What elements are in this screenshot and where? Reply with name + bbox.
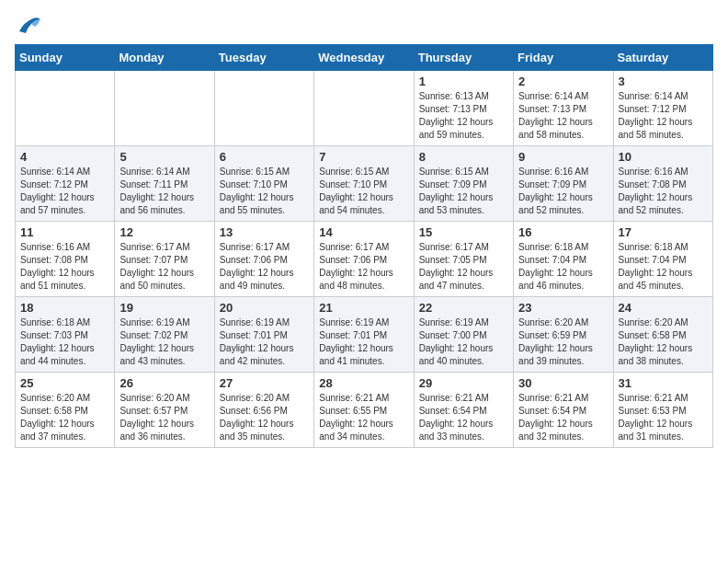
calendar-cell: 8Sunrise: 6:15 AM Sunset: 7:09 PM Daylig… (414, 146, 513, 222)
calendar-cell: 15Sunrise: 6:17 AM Sunset: 7:05 PM Dayli… (414, 222, 513, 297)
day-info: Sunrise: 6:14 AM Sunset: 7:13 PM Dayligh… (518, 90, 608, 142)
day-info: Sunrise: 6:21 AM Sunset: 6:53 PM Dayligh… (619, 392, 708, 443)
day-number: 17 (619, 225, 708, 239)
day-number: 11 (20, 225, 109, 239)
day-number: 20 (220, 301, 309, 315)
day-number: 28 (319, 376, 408, 390)
calendar-cell: 24Sunrise: 6:20 AM Sunset: 6:58 PM Dayli… (613, 297, 712, 373)
day-number: 31 (619, 376, 708, 390)
day-info: Sunrise: 6:20 AM Sunset: 6:57 PM Dayligh… (119, 392, 209, 443)
day-number: 9 (518, 150, 608, 164)
day-info: Sunrise: 6:19 AM Sunset: 7:00 PM Dayligh… (419, 316, 508, 368)
logo (15, 15, 46, 37)
calendar-cell (115, 71, 214, 146)
day-info: Sunrise: 6:14 AM Sunset: 7:11 PM Dayligh… (119, 166, 209, 217)
day-number: 23 (518, 301, 608, 315)
day-number: 19 (119, 301, 209, 315)
calendar-cell: 4Sunrise: 6:14 AM Sunset: 7:12 PM Daylig… (16, 146, 115, 222)
day-info: Sunrise: 6:16 AM Sunset: 7:09 PM Dayligh… (518, 166, 608, 217)
day-number: 29 (419, 376, 508, 390)
day-info: Sunrise: 6:15 AM Sunset: 7:10 PM Dayligh… (319, 166, 408, 217)
day-info: Sunrise: 6:20 AM Sunset: 6:56 PM Dayligh… (220, 392, 309, 443)
day-number: 22 (419, 301, 508, 315)
week-row-3: 11Sunrise: 6:16 AM Sunset: 7:08 PM Dayli… (16, 222, 713, 297)
day-info: Sunrise: 6:16 AM Sunset: 7:08 PM Dayligh… (20, 241, 109, 293)
day-number: 15 (419, 225, 508, 239)
calendar-cell: 31Sunrise: 6:21 AM Sunset: 6:53 PM Dayli… (613, 373, 712, 448)
week-row-5: 25Sunrise: 6:20 AM Sunset: 6:58 PM Dayli… (16, 373, 713, 448)
calendar-cell: 20Sunrise: 6:19 AM Sunset: 7:01 PM Dayli… (214, 297, 313, 373)
day-info: Sunrise: 6:15 AM Sunset: 7:09 PM Dayligh… (419, 166, 508, 217)
day-number: 16 (518, 225, 608, 239)
day-info: Sunrise: 6:18 AM Sunset: 7:04 PM Dayligh… (518, 241, 608, 293)
calendar-cell: 26Sunrise: 6:20 AM Sunset: 6:57 PM Dayli… (115, 373, 214, 448)
day-info: Sunrise: 6:17 AM Sunset: 7:06 PM Dayligh… (220, 241, 309, 293)
calendar-cell: 18Sunrise: 6:18 AM Sunset: 7:03 PM Dayli… (16, 297, 115, 373)
day-info: Sunrise: 6:20 AM Sunset: 6:58 PM Dayligh… (20, 392, 109, 443)
calendar-cell: 14Sunrise: 6:17 AM Sunset: 7:06 PM Dayli… (314, 222, 414, 297)
calendar-cell: 3Sunrise: 6:14 AM Sunset: 7:12 PM Daylig… (613, 71, 712, 146)
calendar-cell: 6Sunrise: 6:15 AM Sunset: 7:10 PM Daylig… (214, 146, 313, 222)
day-info: Sunrise: 6:21 AM Sunset: 6:54 PM Dayligh… (419, 392, 508, 443)
day-number: 12 (119, 225, 209, 239)
day-info: Sunrise: 6:20 AM Sunset: 6:58 PM Dayligh… (619, 316, 708, 368)
day-number: 18 (20, 301, 109, 315)
week-row-1: 1Sunrise: 6:13 AM Sunset: 7:13 PM Daylig… (16, 71, 713, 146)
calendar-cell: 27Sunrise: 6:20 AM Sunset: 6:56 PM Dayli… (214, 373, 313, 448)
day-number: 25 (20, 376, 109, 390)
day-number: 1 (419, 75, 508, 88)
calendar-cell: 7Sunrise: 6:15 AM Sunset: 7:10 PM Daylig… (314, 146, 414, 222)
calendar-cell: 19Sunrise: 6:19 AM Sunset: 7:02 PM Dayli… (115, 297, 214, 373)
day-info: Sunrise: 6:21 AM Sunset: 6:54 PM Dayligh… (518, 392, 608, 443)
calendar-cell: 1Sunrise: 6:13 AM Sunset: 7:13 PM Daylig… (414, 71, 513, 146)
day-info: Sunrise: 6:13 AM Sunset: 7:13 PM Dayligh… (419, 90, 508, 142)
day-info: Sunrise: 6:18 AM Sunset: 7:03 PM Dayligh… (20, 316, 109, 368)
calendar-cell: 13Sunrise: 6:17 AM Sunset: 7:06 PM Dayli… (214, 222, 313, 297)
day-info: Sunrise: 6:20 AM Sunset: 6:59 PM Dayligh… (518, 316, 608, 368)
calendar-cell (16, 71, 115, 146)
calendar-cell: 10Sunrise: 6:16 AM Sunset: 7:08 PM Dayli… (613, 146, 712, 222)
day-info: Sunrise: 6:14 AM Sunset: 7:12 PM Dayligh… (20, 166, 109, 217)
day-number: 14 (319, 225, 408, 239)
day-info: Sunrise: 6:14 AM Sunset: 7:12 PM Dayligh… (619, 90, 708, 142)
calendar-cell: 2Sunrise: 6:14 AM Sunset: 7:13 PM Daylig… (514, 71, 613, 146)
day-number: 8 (419, 150, 508, 164)
calendar-cell: 28Sunrise: 6:21 AM Sunset: 6:55 PM Dayli… (314, 373, 414, 448)
day-info: Sunrise: 6:15 AM Sunset: 7:10 PM Dayligh… (220, 166, 309, 217)
calendar-cell: 29Sunrise: 6:21 AM Sunset: 6:54 PM Dayli… (414, 373, 513, 448)
calendar-cell (314, 71, 414, 146)
day-number: 21 (319, 301, 408, 315)
day-number: 13 (220, 225, 309, 239)
day-info: Sunrise: 6:16 AM Sunset: 7:08 PM Dayligh… (619, 166, 708, 217)
calendar-cell: 9Sunrise: 6:16 AM Sunset: 7:09 PM Daylig… (514, 146, 613, 222)
day-number: 10 (619, 150, 708, 164)
day-number: 24 (619, 301, 708, 315)
page-header (15, 15, 713, 37)
week-row-2: 4Sunrise: 6:14 AM Sunset: 7:12 PM Daylig… (16, 146, 713, 222)
calendar-cell: 11Sunrise: 6:16 AM Sunset: 7:08 PM Dayli… (16, 222, 115, 297)
day-number: 5 (119, 150, 209, 164)
day-info: Sunrise: 6:17 AM Sunset: 7:07 PM Dayligh… (119, 241, 209, 293)
weekday-header-monday: Monday (115, 45, 214, 71)
day-number: 3 (619, 75, 708, 88)
day-number: 4 (20, 150, 109, 164)
day-number: 6 (220, 150, 309, 164)
weekday-header-tuesday: Tuesday (214, 45, 313, 71)
weekday-header-wednesday: Wednesday (314, 45, 414, 71)
day-number: 26 (119, 376, 209, 390)
weekday-header-friday: Friday (514, 45, 613, 71)
week-row-4: 18Sunrise: 6:18 AM Sunset: 7:03 PM Dayli… (16, 297, 713, 373)
weekday-header-saturday: Saturday (613, 45, 712, 71)
day-info: Sunrise: 6:21 AM Sunset: 6:55 PM Dayligh… (319, 392, 408, 443)
weekday-header-sunday: Sunday (16, 45, 115, 71)
calendar-cell: 12Sunrise: 6:17 AM Sunset: 7:07 PM Dayli… (115, 222, 214, 297)
calendar-cell: 30Sunrise: 6:21 AM Sunset: 6:54 PM Dayli… (514, 373, 613, 448)
day-number: 30 (518, 376, 608, 390)
calendar-cell (214, 71, 313, 146)
weekday-header-thursday: Thursday (414, 45, 513, 71)
weekday-header-row: SundayMondayTuesdayWednesdayThursdayFrid… (16, 45, 713, 71)
calendar-cell: 21Sunrise: 6:19 AM Sunset: 7:01 PM Dayli… (314, 297, 414, 373)
calendar-cell: 23Sunrise: 6:20 AM Sunset: 6:59 PM Dayli… (514, 297, 613, 373)
day-number: 2 (518, 75, 608, 88)
calendar-cell: 22Sunrise: 6:19 AM Sunset: 7:00 PM Dayli… (414, 297, 513, 373)
